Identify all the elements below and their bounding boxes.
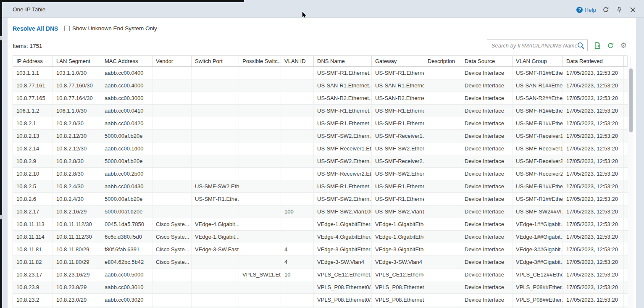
scrollbar-thumb[interactable] — [629, 68, 633, 132]
table-row[interactable]: 103.1.1.1103.1.1.0/30aabb.cc00.0400US-SM… — [13, 67, 628, 79]
table-cell: US-SMF-R1##Ethe... — [513, 67, 563, 79]
table-cell: US-SMF-Receiver2.Et... — [314, 168, 372, 180]
table-row[interactable]: 10.8.23.1710.8.23.16/29aabb.cc00.5000VPL… — [13, 269, 628, 281]
table-scrollbar[interactable] — [628, 67, 633, 308]
table-row[interactable]: 10.8.23.910.8.23.8/29aabb.cc00.3010VPLS_… — [13, 281, 628, 294]
table-row[interactable]: 10.8.2.910.8.2.8/305000.00af.b20eUS-SMF-… — [13, 155, 628, 168]
window-title: One-IP Table — [13, 6, 45, 13]
table-cell: Device Interface — [461, 269, 513, 281]
help-icon[interactable]: ? — [576, 7, 583, 13]
table-row[interactable]: 10.8.2.510.8.2.4/30aabb.cc00.0430US-SMF-… — [13, 180, 628, 193]
table-cell: US-SMF-R1.Ethe... — [192, 193, 239, 205]
table-row[interactable]: 10.8.77.16510.8.77.164/30aabb.cc00.3000U… — [13, 92, 628, 105]
background-fragment — [0, 215, 3, 219]
search-icon[interactable] — [577, 42, 585, 50]
table-cell — [239, 205, 281, 218]
table-cell — [239, 193, 281, 205]
table-cell — [239, 281, 281, 293]
table-cell: 10.8.2.8/30 — [53, 155, 101, 167]
table-row[interactable]: 10.8.2.1010.8.2.8/30aabb.cc00.2b00US-SMF… — [13, 168, 628, 180]
header-cell[interactable]: Switch Port — [192, 56, 239, 66]
table-cell — [152, 306, 192, 308]
refresh-table-icon[interactable] — [607, 42, 614, 49]
table-cell: Device Interface — [461, 243, 513, 255]
header-cell[interactable]: Data Retrieved — [563, 56, 624, 66]
table-cell: US-SMF-SW2.Ethern... — [372, 168, 424, 180]
table-cell: Cisco Syste... — [152, 256, 192, 268]
header-cell[interactable]: VLAN Group — [513, 56, 563, 66]
table-cell — [152, 269, 192, 281]
table-row[interactable]: 10.8.11.8210.8.11.80/29e804.62bc.5b42Cis… — [13, 256, 628, 269]
header-cell[interactable]: IP Address — [13, 56, 53, 66]
table-cell: VEdge-1##Gigabit... — [513, 231, 563, 243]
table-row[interactable]: 10.8.2.1710.8.2.16/295000.00af.b20e100US… — [13, 205, 628, 218]
table-row[interactable]: 10.8.11.8110.8.11.80/29f80f.6fab.6391Cis… — [13, 243, 628, 256]
table-cell — [239, 180, 281, 192]
table-row[interactable]: 10.8.77.16110.8.77.160/30aabb.cc00.4000U… — [13, 79, 628, 92]
header-cell[interactable]: VLAN ID — [281, 56, 314, 66]
header-cell[interactable]: Data Source — [461, 56, 513, 66]
table-cell — [239, 231, 281, 243]
table-cell — [424, 256, 461, 268]
table-cell: US-SAN-R1.Ethernet... — [372, 79, 424, 92]
table-row[interactable] — [13, 306, 628, 308]
table-row[interactable]: 106.1.1.2106.1.1.0/30aabb.cc00.0410US-SM… — [13, 105, 628, 117]
table-cell: 10.8.23.8/29 — [53, 281, 101, 293]
header-cell[interactable]: Vendor — [152, 56, 192, 66]
refresh-window-icon[interactable] — [602, 6, 610, 13]
help-button[interactable]: ? Help — [576, 7, 596, 13]
table-cell: VPLS_P08.Ethernet0/2 — [314, 294, 372, 306]
table-cell: 106.1.1.2 — [13, 105, 53, 117]
table-cell: US-SMF-Receiver1.E... — [372, 130, 424, 142]
search-input[interactable] — [492, 42, 577, 49]
help-label[interactable]: Help — [584, 7, 596, 13]
table-cell: 17/05/2023, 12:53:20 — [563, 281, 624, 293]
table-cell: 17/05/2023, 12:53:20 — [563, 294, 624, 306]
gear-icon[interactable]: ⚙ — [620, 42, 627, 49]
table-cell — [281, 306, 314, 308]
table-row[interactable]: 10.8.2.1410.8.2.12/30aabb.cc00.1d00US-SM… — [13, 142, 628, 155]
table-cell: Cisco Syste... — [152, 218, 192, 230]
show-unknown-end-system-checkbox[interactable] — [64, 26, 70, 31]
table-row[interactable]: 10.8.11.11410.8.11.112/306c6c.d380.f5d0C… — [13, 231, 628, 243]
table-cell — [424, 218, 461, 230]
table-cell — [239, 256, 281, 268]
table-cell — [239, 168, 281, 180]
table-cell: 5000.00af.b20e — [101, 193, 152, 205]
table-cell: 10.8.11.82 — [13, 256, 53, 268]
table-row[interactable]: 10.8.2.610.8.2.4/305000.00af.b20eUS-SMF-… — [13, 193, 628, 205]
header-cell[interactable]: MAC Address — [101, 56, 152, 66]
table-cell: VPLS_P08.Ethernet0... — [372, 294, 424, 306]
header-cell[interactable]: DNS Name — [314, 56, 372, 66]
header-cell[interactable]: Gateway — [372, 56, 424, 66]
table-cell: 17/05/2023, 12:53:20 — [563, 67, 624, 79]
table-row[interactable]: 10.8.2.1310.8.2.12/305000.00af.b20eUS-SM… — [13, 130, 628, 142]
table-cell: US-SMF-SW2.Eth... — [192, 180, 239, 192]
pin-icon[interactable] — [615, 6, 623, 13]
header-row: IP AddressLAN SegmentMAC AddressVendorSw… — [13, 55, 627, 67]
table-cell: US-SMF-R1##Ethe... — [513, 105, 563, 117]
table-cell: VPLS_P08##Ether... — [513, 294, 563, 306]
table-cell: aabb.cc00.0430 — [101, 180, 152, 192]
table-cell: 10.8.2.14 — [13, 142, 53, 155]
table-cell — [152, 117, 192, 129]
table-cell — [192, 168, 239, 180]
table-row[interactable]: 10.8.2.110.8.2.0/30aabb.cc00.0420US-SMF-… — [13, 117, 628, 130]
close-icon[interactable] — [629, 6, 636, 13]
header-cell[interactable]: Possible Switc... — [239, 56, 281, 66]
header-cell[interactable]: Description — [424, 56, 461, 66]
one-ip-table-dialog: One-IP Table ? Help Resolve All DNS Show… — [0, 0, 644, 308]
header-cell[interactable]: LAN Segment — [53, 56, 101, 66]
table-cell: US-SMF-R1.Ethernet... — [372, 105, 424, 117]
table-cell — [239, 243, 281, 255]
table-cell: Device Interface — [461, 79, 513, 92]
table-cell: aabb.cc00.1d00 — [101, 142, 152, 155]
table-cell: 10.8.77.165 — [13, 92, 53, 104]
table-row[interactable]: 10.8.11.11310.8.11.112/300045.1da5.7850C… — [13, 218, 628, 231]
table-cell: e804.62bc.5b42 — [101, 256, 152, 268]
table-row[interactable]: 10.8.23.210.8.23.0/29aabb.cc00.3020VPLS_… — [13, 294, 628, 306]
export-icon[interactable] — [594, 42, 601, 49]
table-cell — [424, 117, 461, 129]
table-cell: VEdge-3.GigabitEther... — [314, 243, 372, 255]
resolve-all-dns-link[interactable]: Resolve All DNS — [13, 25, 58, 32]
